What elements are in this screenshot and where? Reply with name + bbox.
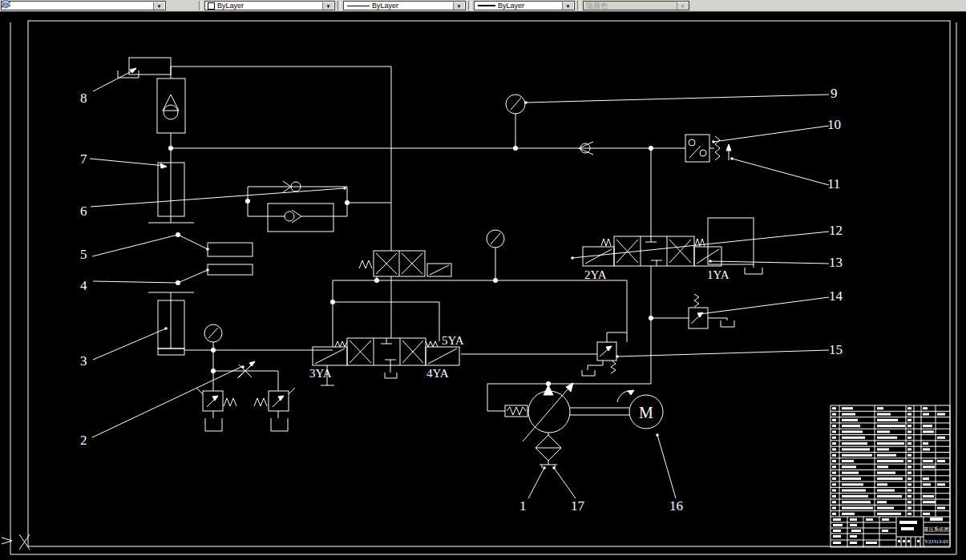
model-space-canvas[interactable]: M <box>0 0 966 560</box>
part-label-12: 12 <box>829 223 843 238</box>
pilot-directional-valve <box>359 251 451 280</box>
toolbar-separator <box>199 1 202 10</box>
color-swatch-icon <box>208 2 215 10</box>
pressure-gauge <box>487 230 504 280</box>
part-label-2: 2 <box>80 433 87 448</box>
accumulator-symbol <box>158 300 184 355</box>
title-block-text: 液压系统图 YZJ313-03 <box>924 526 950 544</box>
drawing-border <box>10 21 956 554</box>
part-label-14: 14 <box>829 288 843 304</box>
color-value: ByLayer <box>215 2 322 10</box>
solenoid-labels: 2YA 1YA 3YA 4YA 5YA <box>309 268 730 380</box>
toolbar-separator <box>337 1 341 10</box>
electric-motor-symbol: M <box>570 390 663 429</box>
solenoid-label-2ya: 2YA <box>584 268 607 281</box>
plot-style-combo: 随颜色 ▼ <box>583 1 689 10</box>
layers-blue-icon <box>0 0 11 9</box>
layer-combo[interactable]: 0 ▼ <box>1 1 166 10</box>
pressure-relay <box>685 135 731 162</box>
layer-dropdown-arrow-icon[interactable]: ▼ <box>153 2 164 10</box>
hydraulic-schematic: M <box>80 58 843 514</box>
make-object-layer-current-button[interactable] <box>167 1 180 11</box>
part-label-1: 1 <box>519 498 527 514</box>
pressure-gauge <box>204 324 222 342</box>
part-label-4: 4 <box>80 278 87 293</box>
toolbar-separator <box>468 1 471 10</box>
leader-lines <box>90 68 829 498</box>
object-properties-toolbar: 0 ▼ ByLayer ▼ ByLayer ▼ <box>0 0 966 12</box>
linetype-sample-icon <box>347 6 370 6</box>
pressure-gauge <box>506 95 525 148</box>
lineweight-combo[interactable]: ByLayer ▼ <box>474 1 575 10</box>
layer-value: 0 <box>2 2 153 10</box>
color-dropdown-arrow-icon[interactable]: ▼ <box>322 2 333 10</box>
filter-symbol <box>148 163 194 223</box>
layer-previous-button[interactable] <box>182 1 196 11</box>
relief-valve-15 <box>461 280 627 376</box>
part-label-13: 13 <box>829 255 843 270</box>
part-label-5: 5 <box>80 247 87 262</box>
part-label-6: 6 <box>80 203 87 219</box>
crosshair-cursor-icon <box>2 534 30 550</box>
reducing-valve-right <box>254 388 295 431</box>
solenoid-label-3ya: 3YA <box>309 367 332 380</box>
plot-style-value: 随颜色 <box>584 1 677 11</box>
linetype-combo[interactable]: ByLayer ▼ <box>343 1 466 10</box>
part-label-10: 10 <box>827 117 841 132</box>
lineweight-value: ByLayer <box>495 2 562 10</box>
linetype-value: ByLayer <box>370 2 453 10</box>
drawing-number: YZJ313-03 <box>924 538 948 544</box>
linetype-dropdown-arrow-icon[interactable]: ▼ <box>453 2 464 10</box>
component-block-4 <box>208 264 253 275</box>
variable-pump-symbol <box>487 383 573 441</box>
cad-application-window: 0 ▼ ByLayer ▼ ByLayer ▼ <box>0 0 966 560</box>
drawing-title: 液压系统图 <box>924 526 950 533</box>
part-label-17: 17 <box>571 498 585 514</box>
part-label-8: 8 <box>80 91 87 106</box>
check-valve-symbol <box>157 79 185 133</box>
toolbar-separator <box>577 1 580 10</box>
part-label-11: 11 <box>827 176 840 191</box>
plot-style-dropdown-arrow-icon: ▼ <box>677 2 688 10</box>
part-label-7: 7 <box>80 151 87 167</box>
motor-letter: M <box>639 404 653 421</box>
solenoid-label-5ya: 5YA <box>442 334 464 347</box>
solenoid-label-1ya: 1YA <box>707 268 730 281</box>
reducing-valve-left <box>196 388 236 431</box>
part-label-15: 15 <box>829 342 843 357</box>
part-label-9: 9 <box>831 86 838 101</box>
check-valve-bypass-block <box>248 181 391 232</box>
suction-filter-symbol <box>536 433 561 468</box>
lineweight-sample-icon <box>478 5 495 6</box>
part-label-3: 3 <box>80 353 87 369</box>
color-combo[interactable]: ByLayer ▼ <box>204 1 335 10</box>
part-label-16: 16 <box>669 498 683 514</box>
component-block-5 <box>208 243 253 256</box>
directional-valve-2ya-1ya <box>583 218 762 274</box>
solenoid-label-4ya: 4YA <box>426 367 449 380</box>
throttle-valve-symbol <box>237 361 255 378</box>
lineweight-dropdown-arrow-icon[interactable]: ▼ <box>562 2 573 10</box>
